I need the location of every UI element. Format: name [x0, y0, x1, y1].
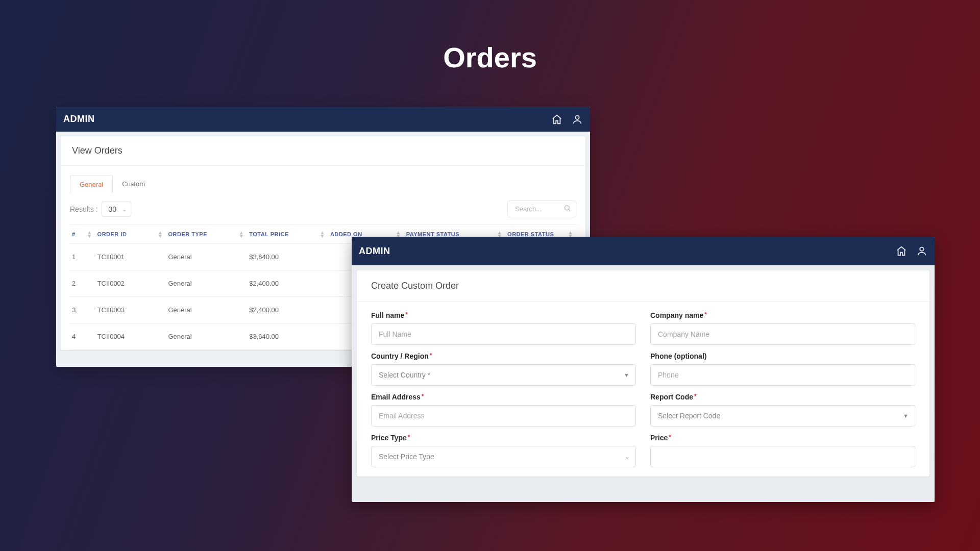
country-select[interactable]: Select Country * ▼: [371, 364, 636, 386]
user-icon[interactable]: [572, 114, 583, 125]
results-label: Results :: [70, 205, 97, 213]
results-value: 30: [108, 205, 116, 213]
phone-input[interactable]: [650, 364, 915, 386]
label-email: Email Address*: [371, 393, 636, 401]
cell-type: General: [166, 297, 247, 323]
label-country: Country / Region*: [371, 352, 636, 360]
search-icon[interactable]: [564, 204, 571, 214]
label-price: Price*: [650, 434, 915, 442]
country-placeholder: Select Country *: [379, 371, 430, 379]
cell-price: $2,400.00: [247, 297, 328, 323]
chevron-down-icon: ▼: [624, 372, 629, 378]
user-icon[interactable]: [916, 245, 927, 257]
col-order-id[interactable]: ORDER ID: [97, 231, 127, 237]
form-title: Create Custom Order: [357, 270, 929, 302]
create-order-card: Create Custom Order Full name* Company n…: [357, 270, 929, 477]
create-order-window: ADMIN Create Custom Order Full name* Com…: [352, 237, 935, 502]
cell-price: $3,640.00: [247, 244, 328, 270]
full-name-input[interactable]: [371, 323, 636, 345]
sort-icon[interactable]: ▲▼: [239, 231, 244, 238]
cell-id: TCII0001: [95, 244, 166, 270]
company-input[interactable]: [650, 323, 915, 345]
cell-n: 2: [70, 270, 95, 297]
sort-icon[interactable]: ▲▼: [320, 231, 325, 238]
results-select[interactable]: 30 ⌄: [102, 202, 131, 217]
col-num[interactable]: #: [72, 231, 76, 237]
col-total-price[interactable]: TOTAL PRICE: [249, 231, 289, 237]
chevron-down-icon: ⌄: [625, 454, 629, 460]
home-icon[interactable]: [551, 114, 562, 125]
tab-custom[interactable]: Custom: [113, 175, 154, 193]
email-input[interactable]: [371, 405, 636, 427]
label-report-code: Report Code*: [650, 393, 915, 401]
cell-price: $3,640.00: [247, 323, 328, 350]
cell-price: $2,400.00: [247, 270, 328, 297]
app-header: ADMIN: [352, 237, 935, 265]
label-full-name: Full name*: [371, 311, 636, 319]
cell-n: 1: [70, 244, 95, 270]
chevron-down-icon: ▼: [903, 413, 909, 419]
cell-type: General: [166, 244, 247, 270]
svg-point-1: [565, 206, 570, 210]
report-code-placeholder: Select Report Code: [658, 412, 720, 420]
tab-general[interactable]: General: [70, 175, 113, 193]
label-phone: Phone (optional): [650, 352, 915, 360]
tabs: General Custom: [70, 175, 576, 193]
price-type-select[interactable]: Select Price Type ⌄: [371, 446, 636, 467]
page-title: Orders: [443, 41, 537, 74]
report-code-select[interactable]: Select Report Code ▼: [650, 405, 915, 427]
card-title: View Orders: [61, 136, 585, 166]
app-header: ADMIN: [56, 107, 590, 132]
cell-id: TCII0004: [95, 323, 166, 350]
cell-id: TCII0003: [95, 297, 166, 323]
price-input[interactable]: [650, 446, 915, 467]
col-order-type[interactable]: ORDER TYPE: [168, 231, 207, 237]
cell-n: 3: [70, 297, 95, 323]
chevron-down-icon: ⌄: [122, 206, 127, 212]
price-type-placeholder: Select Price Type: [379, 453, 434, 461]
cell-type: General: [166, 323, 247, 350]
brand: ADMIN: [359, 246, 390, 257]
svg-point-0: [575, 115, 579, 119]
svg-point-2: [920, 247, 923, 251]
label-price-type: Price Type*: [371, 434, 636, 442]
sort-icon[interactable]: ▲▼: [87, 231, 92, 238]
cell-n: 4: [70, 323, 95, 350]
brand: ADMIN: [63, 114, 95, 124]
label-company: Company name*: [650, 311, 915, 319]
cell-type: General: [166, 270, 247, 297]
cell-id: TCII0002: [95, 270, 166, 297]
home-icon[interactable]: [896, 245, 907, 257]
sort-icon[interactable]: ▲▼: [158, 231, 163, 238]
